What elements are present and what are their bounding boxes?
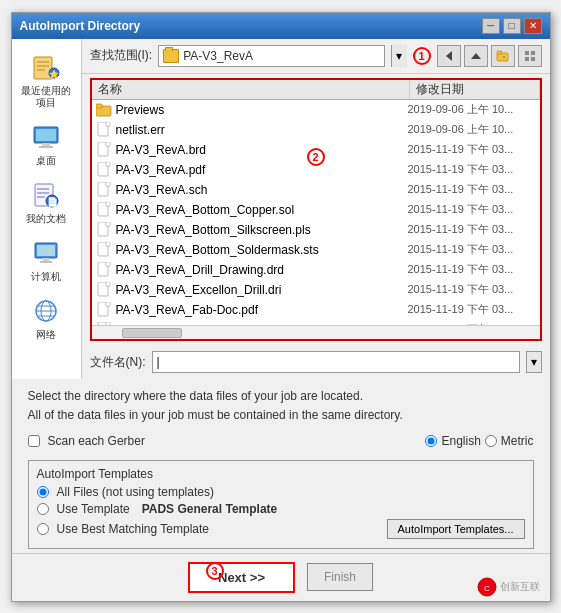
svg-rect-1 <box>37 61 49 63</box>
svg-rect-17 <box>37 245 55 256</box>
toolbar-label: 查找范围(I): <box>90 47 153 64</box>
sidebar-item-network[interactable]: 网络 <box>14 291 78 345</box>
svg-rect-34 <box>531 57 535 61</box>
sidebar-item-recent[interactable]: ⭐ 最近使用的项目 <box>14 47 78 113</box>
list-item[interactable]: PA-V3_RevA_Drill_Drawing.drd 2015-11-19 … <box>92 260 540 280</box>
next-button[interactable]: Next >> <box>188 562 295 593</box>
scan-radio-row: Scan each Gerber English Metric <box>28 434 534 448</box>
file-list-scroll[interactable]: Previews 2019-09-06 上午 10... netlist.err… <box>92 100 540 326</box>
file-item-name: netlist.err <box>114 123 408 137</box>
svg-rect-54 <box>106 222 110 226</box>
minimize-button[interactable]: ─ <box>482 18 500 34</box>
path-combo[interactable]: PA-V3_RevA <box>158 45 384 67</box>
templates-box: AutoImport Templates All Files (not usin… <box>28 460 534 549</box>
network-icon <box>30 295 62 327</box>
svg-rect-19 <box>40 261 52 263</box>
filename-input[interactable] <box>152 351 520 373</box>
list-item[interactable]: PA-V3_RevA_Excellon_Drill.dri 2015-11-19… <box>92 280 540 300</box>
col-name: 名称 <box>92 80 410 99</box>
radio-metric[interactable] <box>485 435 497 447</box>
scan-gerber-checkbox[interactable] <box>28 435 40 447</box>
svg-text:⭐: ⭐ <box>49 69 59 79</box>
svg-rect-63 <box>106 282 110 286</box>
file-item-date: 2015-11-19 下午 03... <box>408 282 538 297</box>
file-item-name: PA-V3_RevA_Drill_Drawing.drd <box>114 263 408 277</box>
list-item[interactable]: PA-V3_RevA_Bottom_Soldermask.sts 2015-11… <box>92 240 540 260</box>
titlebar: AutoImport Directory ─ □ ✕ <box>12 13 550 39</box>
window-title: AutoImport Directory <box>20 19 141 33</box>
path-dropdown-arrow[interactable]: ▾ <box>391 45 407 67</box>
svg-rect-32 <box>531 51 535 55</box>
radio-english-label: English <box>441 434 480 448</box>
radio-use-template[interactable] <box>37 503 49 515</box>
svg-rect-60 <box>106 262 110 266</box>
file-icon <box>94 200 114 220</box>
sidebar-item-mypc[interactable]: 计算机 <box>14 233 78 287</box>
file-list-container: 2 名称 修改日期 Previews 2019-09-06 上午 10... n… <box>90 78 542 342</box>
path-text: PA-V3_RevA <box>183 49 379 63</box>
file-icon <box>94 160 114 180</box>
file-item-date: 2019-09-06 上午 10... <box>408 102 538 117</box>
file-item-name: PA-V3_RevA_Bottom_Silkscreen.pls <box>114 223 408 237</box>
sidebar-item-desktop[interactable]: 桌面 <box>14 117 78 171</box>
file-icon <box>94 280 114 300</box>
back-button[interactable] <box>437 45 461 67</box>
main-content: 查找范围(I): PA-V3_RevA ▾ 1 <box>82 39 550 380</box>
close-button[interactable]: ✕ <box>524 18 542 34</box>
radio-best-match[interactable] <box>37 523 49 535</box>
circle-3-badge: 3 <box>206 562 224 580</box>
list-item[interactable]: PA-V3_RevA_Fab-Doc.pdf 2015-11-19 下午 03.… <box>92 300 540 320</box>
svg-marker-25 <box>446 51 452 61</box>
radio-metric-label: Metric <box>501 434 534 448</box>
file-item-date: 2015-11-19 下午 03... <box>408 262 538 277</box>
list-item[interactable]: PA-V3_RevA.brd 2015-11-19 下午 03... <box>92 140 540 160</box>
file-item-date: 2019-09-06 上午 10... <box>408 122 538 137</box>
recent-icon: ⭐ <box>30 51 62 83</box>
template-name-label: PADS General Template <box>142 502 278 516</box>
file-icon <box>94 140 114 160</box>
file-icon <box>94 240 114 260</box>
filename-label: 文件名(N): <box>90 354 146 371</box>
circle-1-badge: 1 <box>413 47 431 65</box>
mypc-icon <box>30 237 62 269</box>
file-item-date: 2015-11-19 下午 03... <box>408 302 538 317</box>
description: Select the directory where the data file… <box>12 379 550 429</box>
list-item[interactable]: netlist.err 2019-09-06 上午 10... <box>92 120 540 140</box>
mypc-label: 计算机 <box>31 271 61 283</box>
file-item-name: PA-V3_RevA_Excellon_Drill.dri <box>114 283 408 297</box>
svg-rect-13 <box>37 196 45 198</box>
list-item[interactable]: PA-V3_RevA_Bottom_Silkscreen.pls 2015-11… <box>92 220 540 240</box>
mydocs-icon: 📄 <box>30 179 62 211</box>
file-item-name: PA-V3_RevA_Bottom_Copper.sol <box>114 203 408 217</box>
file-items: Previews 2019-09-06 上午 10... netlist.err… <box>92 100 540 326</box>
template-row-2: Use Template PADS General Template <box>37 502 525 516</box>
svg-rect-3 <box>37 69 45 71</box>
svg-rect-51 <box>106 202 110 206</box>
view-button[interactable] <box>518 45 542 67</box>
svg-rect-36 <box>96 104 102 108</box>
filename-dropdown-arrow[interactable]: ▾ <box>526 351 542 373</box>
svg-marker-26 <box>471 53 481 59</box>
list-item[interactable]: PA-V3_RevA.pdf 2015-11-19 下午 03... <box>92 160 540 180</box>
folder-icon <box>163 49 179 63</box>
finish-button[interactable]: Finish <box>307 563 373 591</box>
file-item-date: 2015-11-19 下午 03... <box>408 242 538 257</box>
list-item[interactable]: PA-V3_RevA.sch 2015-11-19 下午 03... <box>92 180 540 200</box>
new-folder-button[interactable] <box>491 45 515 67</box>
maximize-button[interactable]: □ <box>503 18 521 34</box>
list-item[interactable]: PA-V3_RevA_Bottom_Copper.sol 2015-11-19 … <box>92 200 540 220</box>
list-item[interactable]: Previews 2019-09-06 上午 10... <box>92 100 540 120</box>
file-item-name: PA-V3_RevA.sch <box>114 183 408 197</box>
content-area: ⭐ 最近使用的项目 桌面 <box>12 39 550 380</box>
autoimport-templates-button[interactable]: AutoImport Templates... <box>387 519 525 539</box>
scan-gerber-label: Scan each Gerber <box>48 434 145 448</box>
file-icon <box>94 260 114 280</box>
file-item-date: 2015-11-19 下午 03... <box>408 142 538 157</box>
sidebar-item-mydocs[interactable]: 📄 我的文档 <box>14 175 78 229</box>
h-scrollbar[interactable] <box>92 325 540 339</box>
svg-rect-12 <box>37 192 49 194</box>
up-button[interactable] <box>464 45 488 67</box>
radio-all-files[interactable] <box>37 486 49 498</box>
radio-english[interactable] <box>425 435 437 447</box>
svg-rect-39 <box>106 122 110 126</box>
